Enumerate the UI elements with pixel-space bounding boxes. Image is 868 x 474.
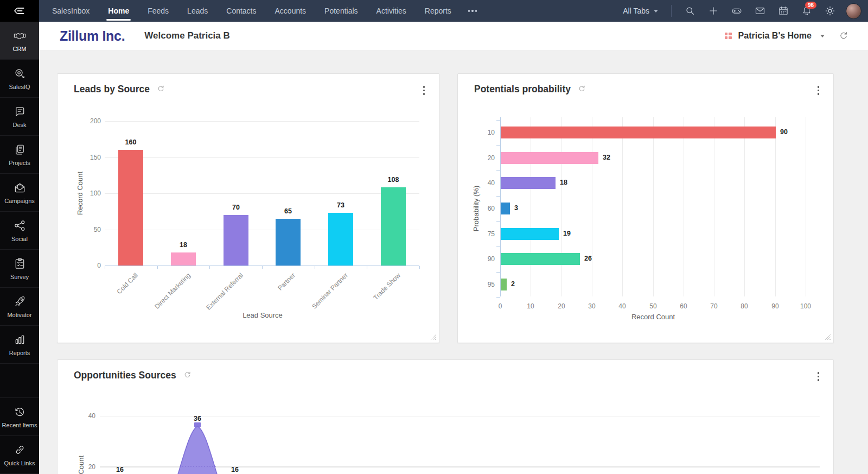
create-button[interactable] [701,0,725,22]
bar-probability-40[interactable] [501,177,556,189]
sidebar-collapse-button[interactable] [0,0,39,22]
bar-direct-marketing[interactable] [171,252,196,266]
sidebar-item-label: Survey [10,274,29,280]
nav-item-home[interactable]: Home [99,0,138,22]
bar-seminar-partner[interactable] [328,213,353,266]
nav-item-reports[interactable]: Reports [416,0,461,22]
axis-tick [419,266,420,269]
dashboard-grid-icon [725,33,732,40]
refresh-dashboard-button[interactable] [839,31,848,41]
nav-item-contacts[interactable]: Contacts [217,0,265,22]
nav-item-potentials[interactable]: Potentials [315,0,367,22]
chevron-down-icon [654,10,658,12]
area-series[interactable] [101,412,821,474]
sidebar-item-projects[interactable]: Projects [0,136,39,174]
crm-dashboard-app: SalesInboxHomeFeedsLeadsContactsAccounts… [0,0,868,474]
notification-badge: 96 [805,2,816,9]
bar-value-label: 3 [514,204,518,212]
gridline [105,193,419,194]
sidebar-item-motivator[interactable]: Motivator [0,288,39,326]
nav-icon-buttons: 96 [678,0,841,22]
gridline [592,117,592,296]
bar-trade-show[interactable] [381,187,406,266]
quick-links-chain-icon [14,444,26,456]
axis-tick [262,266,263,269]
sidebar-item-label: SalesIQ [9,84,30,90]
x-tick-label: 20 [551,302,572,311]
mail-button[interactable] [748,0,771,22]
gamepad-icon [731,5,742,16]
bar-probability-20[interactable] [501,152,598,164]
company-logo[interactable]: Zillum Inc. [60,28,125,44]
sidebar-item-campaigns[interactable]: Campaigns [0,174,39,212]
gridline [775,117,776,296]
gridline [744,117,745,296]
plus-icon [708,5,719,16]
y-category-label: 95 [468,280,495,289]
gear-icon [825,5,835,16]
sidebar-spacer [0,364,39,398]
chevron-down-icon[interactable] [820,35,825,37]
main-area: Zillum Inc. Welcome Patricia B Patricia … [39,22,868,474]
axis-tick [105,266,105,269]
x-tick-label: 40 [611,302,633,311]
sidebar-item-salesiq[interactable]: SalesIQ [0,60,39,98]
sidebar-item-reports[interactable]: Reports [0,326,39,364]
dashboard-selector[interactable]: Patricia B's Home [738,31,812,41]
bar-value-label: 73 [327,201,354,210]
axis-tick [496,272,500,273]
bar-value-label: 108 [380,176,407,184]
bar-value-label: 26 [584,255,592,263]
axis-tick [496,170,500,171]
calendar-button[interactable] [771,0,795,22]
nav-item-salesinbox[interactable]: SalesInbox [43,0,99,22]
bar-probability-90[interactable] [501,253,580,265]
nav-item-feeds[interactable]: Feeds [138,0,178,22]
bar-partner[interactable] [276,219,301,266]
user-avatar[interactable] [846,3,861,19]
gridline [806,117,806,296]
settings-button[interactable] [818,0,841,22]
bar-probability-95[interactable] [501,279,507,290]
nav-item-leads[interactable]: Leads [178,0,217,22]
search-button[interactable] [678,0,701,22]
widget-opportunities-sources: Opportunities Sources 40 20 Record Count [57,359,834,474]
nav-item-activities[interactable]: Activities [367,0,416,22]
axis-tick [496,196,500,197]
y-tick-label: 200 [78,117,101,125]
sidebar-item-label: Projects [9,160,30,166]
sidebar-item-quick-links[interactable]: Quick Links [0,436,39,474]
notifications-button[interactable]: 96 [795,0,818,22]
bar-external-referral[interactable] [224,215,248,266]
bar-probability-60[interactable] [501,203,510,214]
dashboard-content: Leads by Source 050100150200160Cold Call… [39,50,868,474]
y-axis-title: Probability (%) [472,170,481,247]
sidebar-item-label: Recent Items [2,422,37,428]
sidebar-item-survey[interactable]: Survey [0,250,39,288]
nav-item-accounts[interactable]: Accounts [266,0,316,22]
sidebar-item-label: Motivator [7,312,31,318]
axis-tick [496,247,500,247]
bar-probability-75[interactable] [501,228,559,240]
x-tick-label: 50 [642,302,664,311]
sidebar-item-recent-items[interactable]: Recent Items [0,398,39,436]
sidebar-item-desk[interactable]: Desk [0,98,39,136]
games-button[interactable] [725,0,748,22]
sidebar-item-crm[interactable]: CRM [0,22,39,60]
y-axis-title: Record Count [76,155,85,231]
y-axis-title: Record Count [77,439,86,474]
axis-tick [496,221,500,222]
bar-probability-10[interactable] [501,127,776,138]
x-tick-label: 90 [764,302,786,311]
leads-by-source-chart: 050100150200160Cold Call18Direct Marketi… [58,74,439,343]
x-category-label: Direct Marketing [141,271,192,323]
motivator-rocket-icon [14,295,26,308]
sidebar-item-social[interactable]: Social [0,212,39,250]
all-tabs-dropdown[interactable]: All Tabs [623,7,658,15]
nav-overflow-button[interactable] [461,0,485,22]
desk-chat-icon [14,105,26,118]
bar-cold-call[interactable] [118,150,143,266]
nav-divider [671,5,672,17]
y-tick-label: 40 [74,412,95,420]
gridline [561,117,562,296]
